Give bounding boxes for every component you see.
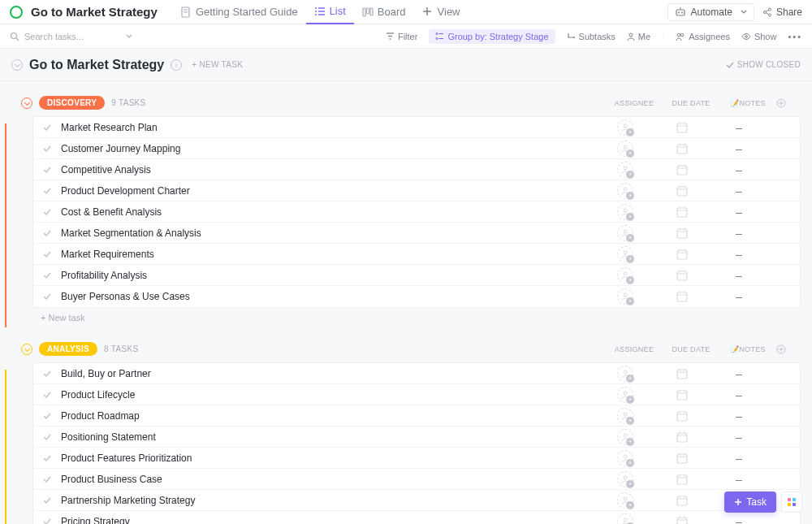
search-input[interactable]: [24, 32, 106, 41]
due-date-cell[interactable]: [654, 248, 710, 261]
notes-cell[interactable]: –: [710, 206, 767, 219]
more-button[interactable]: •••: [788, 32, 802, 41]
task-row[interactable]: Market Requirements –: [33, 244, 800, 265]
new-task-button[interactable]: + NEW TASK: [192, 60, 243, 69]
task-row[interactable]: Product Lifecycle –: [33, 384, 800, 405]
task-row[interactable]: Competitive Analysis –: [33, 159, 800, 180]
due-date-cell[interactable]: [654, 227, 710, 240]
tab-list[interactable]: List: [306, 0, 354, 24]
complete-checkbox[interactable]: [41, 249, 53, 260]
subtasks-button[interactable]: Subtasks: [567, 32, 615, 41]
task-row[interactable]: Buyer Personas & Use Cases –: [33, 286, 800, 307]
due-date-cell[interactable]: [654, 367, 710, 380]
notes-cell[interactable]: –: [710, 184, 767, 197]
notes-cell[interactable]: –: [710, 269, 767, 282]
notes-cell[interactable]: –: [710, 367, 767, 380]
notes-cell[interactable]: –: [710, 473, 767, 486]
complete-checkbox[interactable]: [41, 164, 53, 175]
notes-cell[interactable]: –: [710, 431, 767, 444]
add-column-button[interactable]: [776, 98, 801, 108]
add-column-button[interactable]: [776, 344, 801, 354]
complete-checkbox[interactable]: [41, 122, 53, 133]
notes-cell[interactable]: –: [710, 227, 767, 240]
task-row[interactable]: Profitability Analysis –: [33, 265, 800, 286]
assignee-cell[interactable]: [597, 492, 654, 509]
new-task-fab[interactable]: Task: [724, 492, 776, 513]
due-date-cell[interactable]: [654, 290, 710, 303]
due-date-cell[interactable]: [654, 163, 710, 176]
tab-add-view[interactable]: View: [414, 0, 469, 24]
complete-checkbox[interactable]: [41, 431, 53, 443]
due-date-cell[interactable]: [654, 184, 710, 197]
due-date-cell[interactable]: [654, 269, 710, 282]
me-button[interactable]: Me: [627, 32, 650, 41]
due-date-cell[interactable]: [654, 142, 710, 155]
assignee-cell[interactable]: [597, 141, 654, 157]
share-button[interactable]: Share: [762, 6, 802, 18]
assignee-cell[interactable]: [597, 429, 654, 445]
group-collapse-toggle[interactable]: [21, 97, 32, 109]
automate-button[interactable]: Automate: [667, 3, 754, 21]
due-date-cell[interactable]: [654, 494, 710, 507]
group-name-pill[interactable]: ANALYSIS: [39, 342, 97, 356]
assignee-cell[interactable]: [597, 267, 654, 284]
due-date-cell[interactable]: [654, 473, 710, 486]
due-date-cell[interactable]: [654, 452, 710, 465]
assignee-cell[interactable]: [597, 288, 654, 305]
notes-cell[interactable]: –: [710, 142, 767, 155]
show-button[interactable]: Show: [741, 32, 777, 41]
info-icon[interactable]: i: [171, 59, 182, 71]
assignee-cell[interactable]: [597, 450, 654, 466]
task-row[interactable]: Market Segmentation & Analysis –: [33, 223, 800, 244]
assignee-cell[interactable]: [597, 408, 654, 424]
due-date-cell[interactable]: [654, 121, 710, 134]
notes-cell[interactable]: –: [710, 452, 767, 465]
assignee-cell[interactable]: [597, 183, 654, 199]
notes-cell[interactable]: –: [710, 290, 767, 303]
group-name-pill[interactable]: DISCOVERY: [39, 96, 105, 110]
complete-checkbox[interactable]: [41, 453, 53, 464]
assignee-cell[interactable]: [597, 204, 654, 220]
complete-checkbox[interactable]: [41, 516, 53, 524]
group-collapse-toggle[interactable]: [21, 344, 32, 355]
assignee-cell[interactable]: [597, 513, 654, 524]
complete-checkbox[interactable]: [41, 368, 53, 379]
complete-checkbox[interactable]: [41, 389, 53, 401]
complete-checkbox[interactable]: [41, 410, 53, 422]
notes-cell[interactable]: –: [710, 515, 767, 524]
task-row[interactable]: Product Business Case –: [33, 469, 800, 490]
assignees-button[interactable]: Assignees: [676, 32, 730, 41]
due-date-cell[interactable]: [654, 409, 710, 422]
task-row[interactable]: Customer Journey Mapping –: [33, 138, 800, 159]
apps-button[interactable]: [781, 492, 802, 513]
task-row[interactable]: Product Development Charter –: [33, 180, 800, 201]
notes-cell[interactable]: –: [710, 248, 767, 261]
task-row[interactable]: Pricing Strategy –: [33, 511, 800, 524]
complete-checkbox[interactable]: [41, 227, 53, 239]
notes-cell[interactable]: –: [710, 388, 767, 401]
assignee-cell[interactable]: [597, 366, 654, 382]
notes-cell[interactable]: –: [710, 409, 767, 422]
complete-checkbox[interactable]: [41, 474, 53, 485]
assignee-cell[interactable]: [597, 246, 654, 262]
assignee-cell[interactable]: [597, 225, 654, 241]
task-row[interactable]: Market Research Plan –: [33, 117, 800, 138]
new-task-row[interactable]: + New task: [32, 308, 801, 327]
notes-cell[interactable]: –: [710, 163, 767, 176]
show-closed-button[interactable]: SHOW CLOSED: [726, 60, 801, 69]
task-row[interactable]: Positioning Statement –: [33, 427, 800, 448]
task-row[interactable]: Product Features Prioritization –: [33, 448, 800, 469]
filter-button[interactable]: Filter: [386, 32, 417, 41]
complete-checkbox[interactable]: [41, 185, 53, 197]
chevron-down-icon[interactable]: [125, 32, 133, 41]
complete-checkbox[interactable]: [41, 206, 53, 218]
due-date-cell[interactable]: [654, 431, 710, 444]
due-date-cell[interactable]: [654, 515, 710, 524]
complete-checkbox[interactable]: [41, 143, 53, 154]
task-row[interactable]: Product Roadmap –: [33, 405, 800, 427]
assignee-cell[interactable]: [597, 471, 654, 487]
tab-getting-started[interactable]: Getting Started Guide: [172, 0, 306, 24]
complete-checkbox[interactable]: [41, 270, 53, 281]
due-date-cell[interactable]: [654, 388, 710, 401]
complete-checkbox[interactable]: [41, 291, 53, 302]
